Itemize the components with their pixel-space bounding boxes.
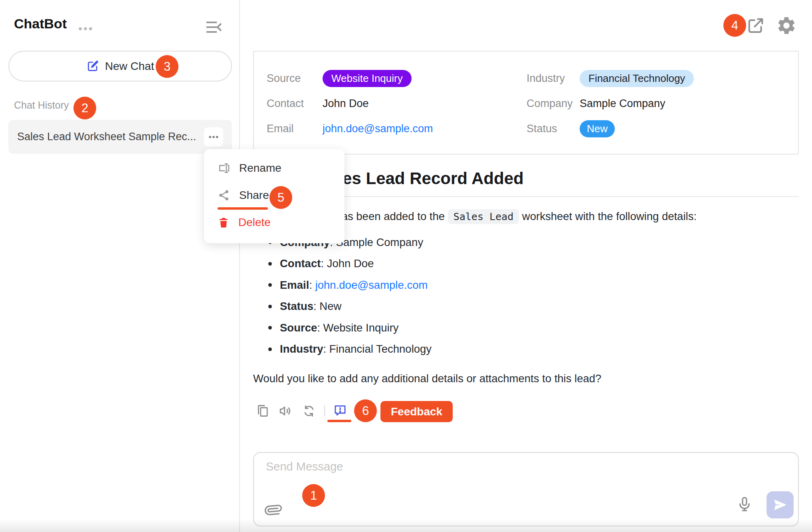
feedback-button[interactable]: Feedback bbox=[380, 401, 453, 422]
list-item-email: Email: john.doe@sample.com bbox=[268, 274, 432, 296]
sidebar: ChatBot New Chat Chat History Sales Lead… bbox=[0, 0, 240, 532]
field-value-contact: John Doe bbox=[323, 97, 527, 110]
list-item-industry: Industry: Financial Technology bbox=[268, 339, 432, 360]
annotation-badge-3: 3 bbox=[156, 55, 178, 78]
menu-item-rename[interactable]: Rename bbox=[204, 155, 345, 182]
delete-label: Delete bbox=[238, 216, 271, 229]
lead-details-list: Company: Sample Company Contact: John Do… bbox=[268, 232, 432, 360]
field-value-source: Website Inquiry bbox=[323, 70, 527, 87]
menu-item-delete[interactable]: Delete bbox=[204, 209, 345, 236]
share-label: Share bbox=[239, 189, 269, 202]
annotation-badge-4: 4 bbox=[723, 14, 746, 37]
list-item-source: Source: Website Inquiry bbox=[268, 317, 432, 339]
field-value-company: Sample Company bbox=[580, 97, 798, 110]
email-link[interactable]: john.doe@sample.com bbox=[315, 279, 428, 292]
new-chat-button[interactable]: New Chat bbox=[8, 51, 232, 81]
field-label-status: Status bbox=[527, 123, 580, 135]
field-label-source: Source bbox=[267, 72, 323, 85]
microphone-icon[interactable] bbox=[736, 496, 753, 513]
message-composer[interactable]: Send Message bbox=[253, 452, 799, 526]
email-link[interactable]: john.doe@sample.com bbox=[323, 123, 433, 135]
open-external-icon[interactable] bbox=[746, 16, 766, 36]
collapse-sidebar-icon[interactable] bbox=[204, 18, 224, 37]
title-more-icon[interactable] bbox=[77, 20, 94, 38]
intro-text-after: worksheet with the following details: bbox=[519, 210, 697, 222]
chat-history-item[interactable]: Sales Lead Worksheet Sample Rec... bbox=[8, 120, 232, 154]
read-aloud-speaker-icon[interactable] bbox=[278, 404, 293, 418]
field-value-status: New bbox=[580, 120, 798, 137]
worksheet-code-chip: Sales Lead bbox=[448, 209, 519, 224]
chat-history-label: Chat History bbox=[14, 99, 69, 111]
chat-item-title: Sales Lead Worksheet Sample Rec... bbox=[17, 131, 196, 143]
share-icon bbox=[218, 189, 230, 202]
composer-placeholder: Send Message bbox=[266, 460, 343, 473]
field-label-email: Email bbox=[267, 123, 323, 135]
list-item-contact: Contact: John Doe bbox=[268, 253, 432, 275]
rename-icon bbox=[218, 162, 230, 175]
annotation-badge-2: 2 bbox=[73, 97, 96, 119]
send-button[interactable] bbox=[766, 491, 794, 518]
chatbot-app: ChatBot New Chat Chat History Sales Lead… bbox=[0, 0, 812, 532]
regenerate-icon[interactable] bbox=[302, 404, 316, 418]
field-label-contact: Contact bbox=[267, 97, 323, 110]
annotation-badge-6: 6 bbox=[354, 399, 377, 422]
rename-label: Rename bbox=[239, 162, 281, 175]
action-divider bbox=[324, 405, 325, 416]
field-label-industry: Industry bbox=[527, 72, 580, 85]
annotation-badge-1: 1 bbox=[302, 484, 325, 507]
app-title: ChatBot bbox=[14, 16, 67, 32]
chat-item-more-icon[interactable] bbox=[204, 127, 223, 147]
source-badge: Website Inquiry bbox=[323, 70, 412, 87]
field-value-industry: Financial Technology bbox=[580, 70, 798, 87]
status-badge: New bbox=[580, 120, 615, 137]
compose-icon bbox=[86, 60, 99, 73]
settings-gear-icon[interactable] bbox=[776, 15, 797, 36]
trash-icon bbox=[218, 216, 230, 228]
field-value-email: john.doe@sample.com bbox=[323, 123, 527, 135]
share-underline-annotation bbox=[218, 207, 268, 210]
attachment-paperclip-icon[interactable] bbox=[265, 502, 282, 518]
feedback-comment-icon[interactable] bbox=[333, 403, 347, 417]
annotation-badge-5: 5 bbox=[269, 186, 292, 209]
lead-info-card: Source Website Inquiry Industry Financia… bbox=[253, 51, 799, 155]
industry-badge: Financial Technology bbox=[580, 70, 694, 87]
copy-icon[interactable] bbox=[255, 404, 270, 418]
feedback-underline-annotation bbox=[327, 420, 351, 422]
message-question: Would you like to add any additional det… bbox=[253, 372, 601, 385]
list-item-status: Status: New bbox=[268, 296, 432, 318]
field-label-company: Company bbox=[527, 97, 580, 110]
new-chat-label: New Chat bbox=[105, 60, 154, 73]
